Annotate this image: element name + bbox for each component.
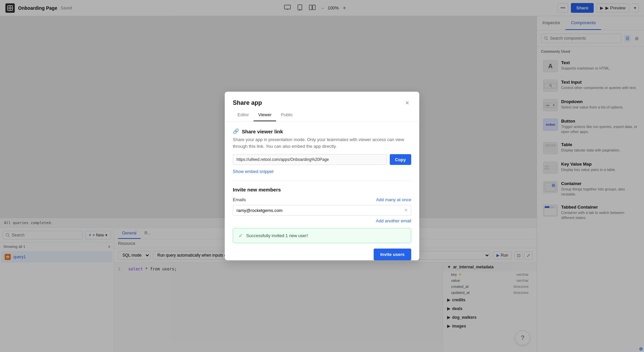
copy-button[interactable]: Copy (390, 154, 412, 165)
modal-tab-public[interactable]: Public (276, 109, 297, 121)
success-text: Successfully invited 1 new user! (246, 233, 308, 238)
invite-title: Invite new members (233, 187, 411, 192)
viewer-url-input[interactable] (233, 154, 387, 165)
emails-label-row: Emails Add many at once (233, 197, 411, 202)
add-another-email-link[interactable]: Add another email (233, 218, 411, 223)
divider (233, 180, 411, 181)
modal-body: 🔗 Share viewer link Share your app in pr… (225, 122, 419, 255)
email-clear-button[interactable]: × (405, 207, 408, 213)
share-app-modal: Share app × Editor Viewer Public 🔗 Share… (225, 92, 419, 260)
share-viewer-title: Share viewer link (242, 129, 283, 134)
add-many-link[interactable]: Add many at once (376, 197, 411, 202)
email-input[interactable] (236, 208, 402, 213)
invite-users-button[interactable]: Invite users (374, 249, 411, 260)
emails-label: Emails (233, 197, 246, 202)
email-input-row[interactable]: × (233, 205, 411, 216)
modal-overlay[interactable]: Share app × Editor Viewer Public 🔗 Share… (0, 0, 644, 352)
success-banner: ✓ Successfully invited 1 new user! (233, 228, 411, 243)
share-section-title: 🔗 Share viewer link (233, 128, 411, 134)
modal-tab-viewer[interactable]: Viewer (254, 109, 276, 121)
modal-header: Share app × (225, 92, 419, 107)
modal-close-button[interactable]: × (403, 98, 411, 107)
success-icon: ✓ (238, 232, 243, 239)
url-row: Copy (233, 154, 411, 165)
modal-tab-editor[interactable]: Editor (233, 109, 254, 121)
embed-link[interactable]: Show embed snippet (233, 169, 273, 174)
modal-tabs: Editor Viewer Public (225, 109, 419, 122)
link-icon: 🔗 (233, 128, 239, 134)
modal-title: Share app (233, 99, 262, 106)
share-desc: Share your app in presentation mode. Onl… (233, 136, 411, 149)
